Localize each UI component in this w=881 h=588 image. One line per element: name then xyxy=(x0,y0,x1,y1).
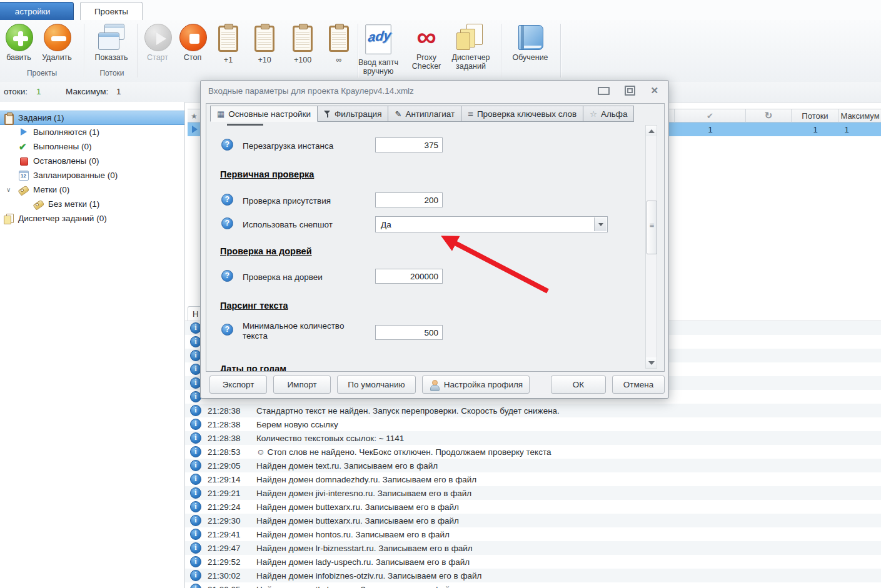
maximize-icon[interactable] xyxy=(625,86,635,96)
start-icon xyxy=(144,24,172,51)
tree-item-task-manager[interactable]: Диспетчер заданий (0) xyxy=(0,211,184,226)
scroll-up-icon[interactable] xyxy=(646,126,657,136)
dialog-content-frame: Основные настройки Фильтрация Антиплагиа… xyxy=(206,103,665,372)
doorway-check-label: Проверка на дорвеи xyxy=(243,272,323,282)
info-icon xyxy=(190,556,201,567)
log-row[interactable]: 21:29:21Найден домен jivi-interesno.ru. … xyxy=(185,486,881,500)
minimize-icon[interactable] xyxy=(598,87,610,95)
log-row[interactable]: 21:29:47Найден домен lr-biznesstart.ru. … xyxy=(185,541,881,555)
add-10-threads-button[interactable]: +10 xyxy=(247,22,282,77)
clipboard-icon xyxy=(293,24,313,52)
dialog-title: Входные параметры для проекта Краулерv4.… xyxy=(208,86,414,96)
log-row[interactable]: 21:30:05Найден домен tkalez.com. Записыв… xyxy=(185,582,881,588)
captcha-icon xyxy=(365,24,391,54)
log-row[interactable]: 21:29:24Найден домен buttexarx.ru. Запис… xyxy=(185,500,881,514)
clipboard-icon xyxy=(218,24,238,52)
chevron-down-icon[interactable] xyxy=(594,217,607,231)
infinite-threads-button[interactable]: ∞ xyxy=(323,22,355,77)
tree-item-completed[interactable]: Выполнены (0) xyxy=(0,139,184,154)
log-row[interactable]: 21:28:53☺ Стоп слов не найдено. ЧекБокс … xyxy=(185,445,881,459)
dialog-tab-antiplagiarism[interactable]: Антиплагиат xyxy=(388,106,461,122)
log-row[interactable]: 21:28:38Количество текстовых ссылок: ~ 1… xyxy=(185,431,881,445)
column-header-max[interactable]: Максимум xyxy=(839,109,881,122)
info-icon xyxy=(190,584,201,588)
help-icon[interactable] xyxy=(221,270,233,282)
group-separator xyxy=(501,24,502,77)
stop-button[interactable]: Стоп xyxy=(176,22,209,77)
section-dates-by-year: Даты по годам xyxy=(220,364,286,372)
info-icon xyxy=(190,501,201,512)
restart-instance-input[interactable] xyxy=(375,137,443,152)
task-tree: Задания (1) Выполняются (1) Выполнены (0… xyxy=(0,102,185,588)
column-header-retries[interactable] xyxy=(746,109,792,122)
defaults-button[interactable]: По умолчанию xyxy=(337,376,416,394)
presence-check-input[interactable] xyxy=(375,192,443,207)
help-icon[interactable] xyxy=(221,139,233,151)
log-row[interactable]: 21:28:38Берем новую ссылку xyxy=(185,417,881,431)
cancel-button[interactable]: Отмена xyxy=(612,376,665,394)
min-text-label: Минимальное количество текста xyxy=(243,321,355,341)
help-icon[interactable] xyxy=(221,194,233,206)
dialog-tab-main-settings[interactable]: Основные настройки xyxy=(210,106,318,122)
tab-settings[interactable]: астройки xyxy=(0,2,74,21)
tree-item-scheduled[interactable]: Запланированные (0) xyxy=(0,168,184,182)
clipboard-icon xyxy=(254,24,274,52)
add-100-threads-button[interactable]: +100 xyxy=(284,22,321,77)
dialog-tab-strip: Основные настройки Фильтрация Антиплагиа… xyxy=(210,106,634,122)
profile-icon xyxy=(429,379,440,390)
log-row[interactable]: 21:30:02Найден домен infobiznes-otziv.ru… xyxy=(185,569,881,582)
add-icon xyxy=(6,24,33,51)
tab-projects[interactable]: Проекты xyxy=(80,2,143,21)
proxy-checker-button[interactable]: ∞ Proxy Checker xyxy=(405,22,448,77)
training-button[interactable]: Обучение xyxy=(505,22,556,77)
scroll-down-icon[interactable] xyxy=(646,357,657,368)
task-manager-button[interactable]: Диспетчер заданий xyxy=(444,22,498,77)
doorway-check-input[interactable] xyxy=(375,269,443,284)
manual-captcha-button[interactable]: Ввод каптч вручную xyxy=(352,22,405,77)
row-play-icon xyxy=(188,122,201,136)
ok-button[interactable]: ОК xyxy=(551,376,606,394)
tab-projects-label: Проекты xyxy=(94,7,128,16)
chevron-down-icon[interactable]: ∨ xyxy=(6,186,11,193)
export-button[interactable]: Экспорт xyxy=(209,376,267,394)
log-row[interactable]: 21:29:41Найден домен hontos.ru. Записыва… xyxy=(185,527,881,541)
column-header-done[interactable] xyxy=(675,109,746,122)
info-icon xyxy=(190,405,201,416)
ribbon-group-threads: Потоки xyxy=(88,69,136,79)
tab-settings-label: астройки xyxy=(15,7,50,16)
tree-item-tasks[interactable]: Задания (1) xyxy=(0,111,184,125)
add-1-thread-button[interactable]: +1 xyxy=(211,22,245,77)
use-snapshot-dropdown[interactable]: Да xyxy=(375,216,608,232)
profile-settings-button[interactable]: Настройка профиля xyxy=(422,376,530,394)
tree-item-running[interactable]: Выполняются (1) xyxy=(0,125,184,139)
log-row[interactable]: 21:29:05Найден домен text.ru. Записываем… xyxy=(185,459,881,472)
ribbon: бавить Удалить Показать Старт Стоп +1 +1… xyxy=(0,20,881,82)
tree-item-labels[interactable]: ∨ Метки (0) xyxy=(0,182,184,197)
ribbon-tab-strip: астройки Проекты xyxy=(0,0,881,20)
help-icon[interactable] xyxy=(221,324,233,336)
tree-item-stopped[interactable]: Остановлены (0) xyxy=(0,154,184,168)
tree-item-no-label[interactable]: Без метки (1) xyxy=(0,197,184,211)
scrollbar-thumb[interactable] xyxy=(647,201,657,254)
close-icon[interactable]: ✕ xyxy=(650,86,658,95)
dialog-scrollbar[interactable] xyxy=(645,125,657,369)
dialog-tab-keyword-check[interactable]: Проверка ключевых слов xyxy=(461,106,583,122)
dialog-tab-filtering[interactable]: Фильтрация xyxy=(318,106,388,122)
dialog-tab-alpha[interactable]: Альфа xyxy=(583,106,634,122)
import-button[interactable]: Импорт xyxy=(273,376,331,394)
log-row[interactable]: 21:28:38Стандартно текст не найден. Запу… xyxy=(185,404,881,417)
column-header-pin[interactable] xyxy=(188,109,201,122)
row-threads-value: 1 xyxy=(792,122,839,136)
help-icon[interactable] xyxy=(221,217,233,229)
log-row[interactable]: 21:29:14Найден домен domnadezhdy.ru. Зап… xyxy=(185,472,881,486)
documents-icon xyxy=(456,22,485,51)
log-row[interactable]: 21:29:30Найден домен buttexarx.ru. Запис… xyxy=(185,514,881,527)
clipboard-icon xyxy=(3,112,14,123)
app-window: астройки Проекты бавить Удалить Показать… xyxy=(0,0,881,588)
log-row[interactable]: 21:29:52Найден домен lady-uspech.ru. Зап… xyxy=(185,555,881,569)
threads-value: 1 xyxy=(36,87,41,96)
list-icon xyxy=(468,109,473,118)
info-icon xyxy=(190,515,201,526)
column-header-threads[interactable]: Потоки xyxy=(792,109,839,122)
min-text-input[interactable] xyxy=(375,325,443,340)
